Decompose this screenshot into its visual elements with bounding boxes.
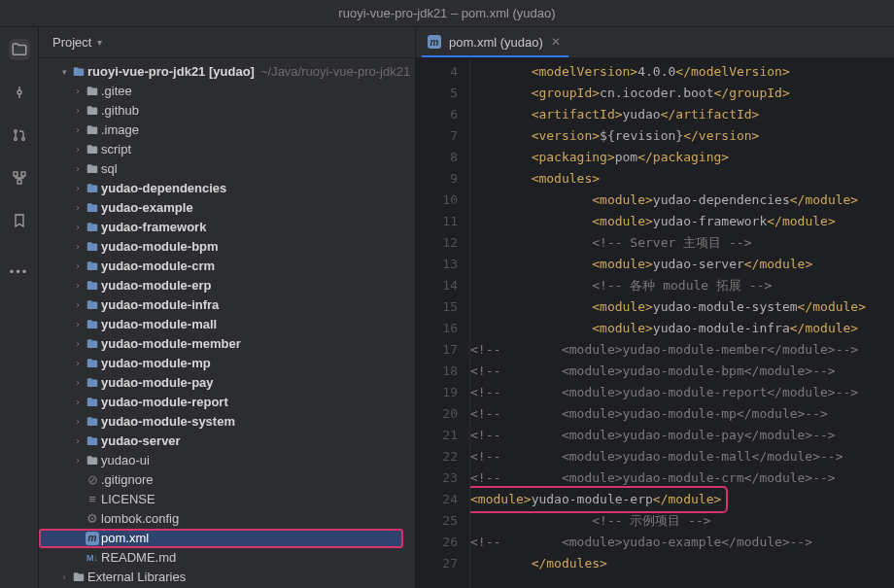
code-line[interactable]: <module>yudao-server</module> xyxy=(470,254,894,275)
code-line[interactable]: <version>${revision}</version> xyxy=(470,125,894,147)
chevron-right-icon[interactable]: › xyxy=(72,218,84,237)
tree-row[interactable]: ›.gitee xyxy=(39,82,415,101)
code-line[interactable]: <module>yudao-dependencies</module> xyxy=(470,190,894,211)
tree-row[interactable]: ›yudao-module-report xyxy=(39,393,415,412)
code-line[interactable]: <!-- <module>yudao-module-crm</module>--… xyxy=(470,467,894,489)
code-line[interactable]: <!-- <module>yudao-module-bpm</module>--… xyxy=(470,361,894,382)
chevron-right-icon[interactable]: › xyxy=(72,295,84,315)
gitignore-icon: ⊘ xyxy=(87,470,98,490)
close-icon[interactable]: ✕ xyxy=(551,35,561,49)
code-line[interactable]: <module>yudao-framework</module> xyxy=(470,211,894,232)
chevron-right-icon[interactable]: › xyxy=(72,179,84,198)
code-line[interactable]: <!-- Server 主项目 --> xyxy=(470,232,894,254)
tree-row[interactable]: ›sql xyxy=(39,159,415,179)
tree-row[interactable]: M↓README.md xyxy=(39,548,415,568)
tree-row[interactable]: ›yudao-module-mall xyxy=(39,315,415,334)
chevron-right-icon[interactable]: › xyxy=(72,276,84,295)
svg-point-3 xyxy=(21,138,24,141)
code-line[interactable]: <!-- <module>yudao-module-member</module… xyxy=(470,339,894,361)
code-line[interactable]: <artifactId>yudao</artifactId> xyxy=(470,104,894,125)
chevron-right-icon[interactable]: › xyxy=(72,140,84,159)
svg-point-2 xyxy=(14,138,17,141)
tree-item-label: yudao-framework xyxy=(101,218,206,237)
chevron-right-icon[interactable]: › xyxy=(72,198,84,218)
tree-row[interactable]: ›.image xyxy=(39,121,415,140)
code-line[interactable]: <!-- 示例项目 --> xyxy=(470,510,894,532)
tree-item-label: yudao-server xyxy=(101,432,181,451)
tree-item-label: yudao-module-infra xyxy=(101,295,219,315)
chevron-right-icon[interactable]: › xyxy=(72,451,84,470)
editor[interactable]: 4567891011121314151617181920212223242526… xyxy=(416,58,894,588)
code-line[interactable]: <groupId>cn.iocoder.boot</groupId> xyxy=(470,83,894,104)
chevron-right-icon[interactable]: › xyxy=(72,82,84,101)
chevron-right-icon[interactable]: › xyxy=(72,373,84,393)
settings-icon: ⚙ xyxy=(86,509,98,529)
chevron-right-icon[interactable]: › xyxy=(72,237,84,257)
chevron-right-icon[interactable]: › xyxy=(72,412,84,432)
project-panel-header[interactable]: Project ▾ xyxy=(39,27,415,58)
tree-row[interactable]: ›yudao-module-member xyxy=(39,334,415,354)
tree-row[interactable]: ›yudao-module-pay xyxy=(39,373,415,393)
tree-row[interactable]: ›yudao-module-system xyxy=(39,412,415,432)
tree-row[interactable]: mpom.xml xyxy=(39,529,403,548)
tree-row[interactable]: ⚙lombok.config xyxy=(39,509,415,529)
tree-item-label: yudao-module-crm xyxy=(101,257,215,276)
chevron-down-icon: ▾ xyxy=(97,37,102,48)
project-tree[interactable]: ▾ruoyi-vue-pro-jdk21 [yudao]~/Java/ruoyi… xyxy=(39,58,415,587)
tree-row[interactable]: ›yudao-server xyxy=(39,432,415,451)
chevron-right-icon[interactable]: › xyxy=(72,354,84,373)
code-line[interactable]: <!-- <module>yudao-module-report</module… xyxy=(470,382,894,403)
code-line[interactable]: <!-- <module>yudao-module-pay</module>--… xyxy=(470,425,894,446)
tree-row[interactable]: ⊘.gitignore xyxy=(39,470,415,490)
chevron-right-icon[interactable]: › xyxy=(72,159,84,179)
chevron-right-icon[interactable]: › xyxy=(72,432,84,451)
code-line[interactable]: <packaging>pom</packaging> xyxy=(470,147,894,168)
chevron-right-icon[interactable]: › xyxy=(72,121,84,140)
tab-label: pom.xml (yudao) xyxy=(449,35,543,50)
code-line[interactable]: </modules> xyxy=(470,553,894,574)
markdown-icon: M↓ xyxy=(86,548,98,568)
tree-row[interactable]: ›yudao-module-infra xyxy=(39,295,415,315)
toolstrip-bookmarks-icon[interactable] xyxy=(9,210,30,231)
code-line[interactable]: <module>yudao-module-system</module> xyxy=(470,296,894,318)
tree-row[interactable]: ›yudao-framework xyxy=(39,218,415,237)
code-line[interactable]: <modelVersion>4.0.0</modelVersion> xyxy=(470,61,894,83)
tree-row[interactable]: ›yudao-ui xyxy=(39,451,415,470)
code-line[interactable]: <!-- <module>yudao-module-mp</module>--> xyxy=(470,403,894,425)
tree-row[interactable]: ›yudao-module-erp xyxy=(39,276,415,295)
tree-row[interactable]: ›yudao-example xyxy=(39,198,415,218)
tree-row[interactable]: ›.github xyxy=(39,101,415,121)
code-line[interactable]: <!-- <module>yudao-example</module>--> xyxy=(470,532,894,553)
chevron-right-icon[interactable]: › xyxy=(72,315,84,334)
tree-row[interactable]: ›yudao-dependencies xyxy=(39,179,415,198)
toolstrip-structure-icon[interactable] xyxy=(9,167,30,189)
tree-row[interactable]: ›script xyxy=(39,140,415,159)
chevron-down-icon[interactable]: ▾ xyxy=(58,62,70,82)
tree-item-label: yudao-module-erp xyxy=(101,276,211,295)
tree-row[interactable]: ›yudao-module-bpm xyxy=(39,237,415,257)
tree-row[interactable]: ›External Libraries xyxy=(39,568,415,587)
toolstrip-commit-icon[interactable] xyxy=(9,82,30,103)
editor-area: m pom.xml (yudao) ✕ 45678910111213141516… xyxy=(416,27,894,588)
tree-row[interactable]: ▾ruoyi-vue-pro-jdk21 [yudao]~/Java/ruoyi… xyxy=(39,62,415,82)
toolstrip-pullrequests-icon[interactable] xyxy=(9,124,30,146)
tree-row[interactable]: ≡LICENSE xyxy=(39,490,415,509)
code-line[interactable]: <module>yudao-module-infra</module> xyxy=(470,318,894,339)
chevron-right-icon[interactable]: › xyxy=(58,568,70,587)
chevron-right-icon[interactable]: › xyxy=(72,334,84,354)
tree-item-label: yudao-module-system xyxy=(101,412,235,432)
chevron-right-icon[interactable]: › xyxy=(72,393,84,412)
code-line[interactable]: <modules> xyxy=(470,168,894,190)
chevron-right-icon[interactable]: › xyxy=(72,257,84,276)
code-line[interactable]: <module>yudao-module-erp</module> xyxy=(470,489,894,510)
svg-point-0 xyxy=(17,90,21,94)
toolstrip-more-icon[interactable]: ••• xyxy=(9,260,30,282)
code-line[interactable]: <!-- 各种 module 拓展 --> xyxy=(470,275,894,296)
toolstrip-project-icon[interactable] xyxy=(9,39,30,60)
tab-pom-xml[interactable]: m pom.xml (yudao) ✕ xyxy=(416,27,574,57)
tree-row[interactable]: ›yudao-module-mp xyxy=(39,354,415,373)
code-line[interactable]: <!-- <module>yudao-module-mall</module>-… xyxy=(470,446,894,467)
tree-row[interactable]: ›yudao-module-crm xyxy=(39,257,415,276)
chevron-right-icon[interactable]: › xyxy=(72,101,84,121)
editor-code[interactable]: <modelVersion>4.0.0</modelVersion> <grou… xyxy=(470,58,894,588)
